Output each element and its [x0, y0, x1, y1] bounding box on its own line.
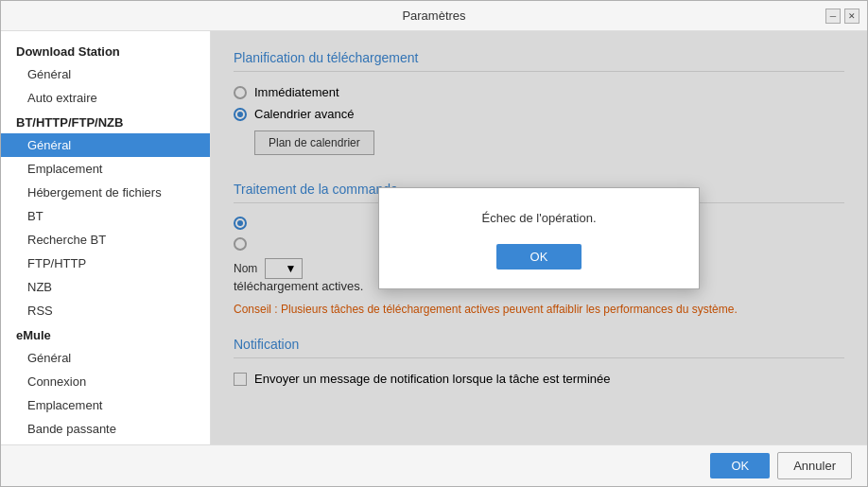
close-button[interactable]: ✕	[844, 9, 859, 24]
main-panel: Planification du téléchargement Immédiat…	[211, 31, 867, 444]
modal-ok-button[interactable]: OK	[496, 244, 582, 270]
bottom-bar: OK Annuler	[1, 444, 867, 486]
sidebar-item-ftp-http[interactable]: FTP/HTTP	[1, 252, 210, 275]
sidebar-section-emule: eMule	[1, 322, 210, 346]
sidebar: Download Station Général Auto extraire B…	[1, 31, 211, 444]
modal-overlay: Échec de l'opération. OK	[211, 31, 867, 444]
sidebar-item-general-emule[interactable]: Général	[1, 346, 210, 370]
titlebar: Paramètres ─ ✕	[1, 1, 867, 31]
window-title: Paramètres	[402, 9, 465, 23]
sidebar-item-auto-extract[interactable]: Auto extraire	[1, 86, 210, 110]
sidebar-section-bt: BT/HTTP/FTP/NZB	[1, 110, 210, 133]
modal-message: Échec de l'opération.	[481, 211, 596, 225]
sidebar-item-hebergement[interactable]: Hébergement de fichiers	[1, 181, 210, 204]
sidebar-section-download-station: Download Station	[1, 39, 210, 62]
cancel-button[interactable]: Annuler	[777, 452, 852, 479]
content-area: Download Station Général Auto extraire B…	[1, 31, 867, 444]
sidebar-item-connexion[interactable]: Connexion	[1, 370, 210, 393]
sidebar-item-bt[interactable]: BT	[1, 204, 210, 228]
sidebar-item-bande-passante[interactable]: Bande passante	[1, 417, 210, 441]
ok-button[interactable]: OK	[710, 453, 770, 478]
minimize-button[interactable]: ─	[825, 9, 841, 24]
sidebar-item-general-bt[interactable]: Général	[1, 133, 210, 157]
window-controls: ─ ✕	[825, 9, 859, 24]
modal-dialog: Échec de l'opération. OK	[378, 187, 700, 289]
main-window: Paramètres ─ ✕ Download Station Général …	[0, 0, 868, 487]
sidebar-item-rss[interactable]: RSS	[1, 299, 210, 322]
sidebar-item-nzb[interactable]: NZB	[1, 275, 210, 299]
sidebar-item-emplacement-emule[interactable]: Emplacement	[1, 393, 210, 417]
sidebar-item-emplacement[interactable]: Emplacement	[1, 157, 210, 181]
sidebar-item-recherche-bt[interactable]: Recherche BT	[1, 228, 210, 252]
sidebar-item-general-ds[interactable]: Général	[1, 62, 210, 86]
